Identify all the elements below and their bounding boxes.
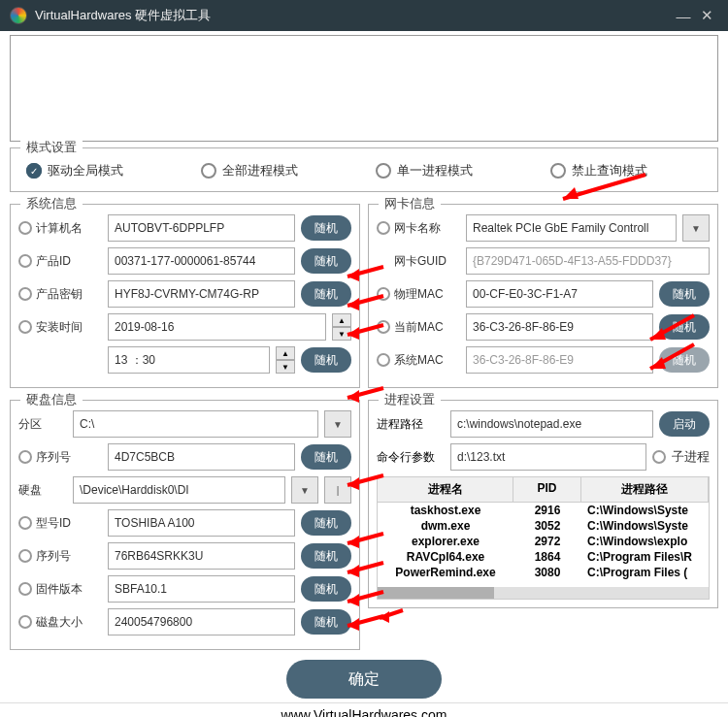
radio-icon[interactable]	[377, 320, 390, 334]
partition-input[interactable]	[73, 410, 318, 438]
random-button[interactable]: 随机	[301, 510, 351, 536]
ok-button[interactable]: 确定	[286, 660, 442, 699]
footer-link[interactable]: www.VirtualHardwares.com	[0, 702, 728, 717]
disk-serial-input[interactable]	[108, 542, 295, 570]
close-button[interactable]: ✕	[695, 7, 718, 24]
radio-icon[interactable]	[18, 254, 32, 268]
table-row: dwm.exe3052C:\Windows\Syste	[378, 518, 709, 534]
radio-icon[interactable]	[18, 221, 32, 235]
random-button[interactable]: 随机	[301, 444, 351, 470]
random-button[interactable]: 随机	[301, 248, 351, 274]
model-input[interactable]	[108, 509, 295, 537]
random-button[interactable]: 随机	[301, 281, 351, 307]
radio-icon[interactable]	[377, 353, 390, 367]
radio-icon	[550, 163, 566, 179]
radio-icon	[26, 163, 42, 179]
diskinfo-fieldset: 硬盘信息 分区▼ 序列号随机 硬盘▼| 型号ID随机 序列号随机 固件版本随机 …	[10, 400, 360, 650]
net-guid-input[interactable]	[466, 247, 710, 275]
random-button[interactable]: 随机	[301, 347, 351, 373]
sysinfo-fieldset: 系统信息 计算机名随机 产品ID随机 产品密钥随机 安装时间▲▼ ▲▼随机	[10, 204, 360, 388]
refresh-icon[interactable]: |	[324, 476, 351, 504]
proc-fieldset: 进程设置 进程路径启动 命令行参数子进程 进程名 PID 进程路径 taskho…	[368, 400, 718, 608]
radio-icon[interactable]	[377, 221, 390, 235]
window-title: VirtualHardwares 硬件虚拟工具	[35, 7, 211, 24]
radio-icon[interactable]	[18, 582, 32, 596]
dropdown-icon[interactable]: ▼	[324, 410, 351, 438]
random-button-disabled: 随机	[659, 347, 710, 373]
random-button[interactable]: 随机	[659, 281, 710, 307]
minimize-button[interactable]: —	[672, 8, 695, 24]
radio-icon[interactable]	[18, 287, 32, 301]
random-button[interactable]: 随机	[301, 576, 351, 602]
table-row: explorer.exe2972C:\Windows\explo	[378, 534, 709, 549]
sys-mac-input[interactable]	[466, 346, 653, 374]
proc-args-input[interactable]	[450, 443, 646, 471]
date-spinner[interactable]: ▲▼	[332, 313, 351, 341]
product-id-input[interactable]	[108, 247, 295, 275]
net-name-input[interactable]	[466, 214, 677, 242]
mode-all-process[interactable]: 全部进程模式	[201, 162, 298, 179]
partition-serial-input[interactable]	[108, 443, 295, 471]
mode-single-process[interactable]: 单一进程模式	[376, 162, 473, 179]
radio-icon	[201, 163, 216, 179]
dropdown-icon[interactable]: ▼	[682, 214, 710, 242]
random-button[interactable]: 随机	[659, 314, 710, 340]
app-icon	[10, 7, 27, 24]
radio-icon[interactable]	[18, 450, 32, 464]
radio-icon[interactable]	[18, 549, 32, 563]
mode-forbid-query[interactable]: 禁止查询模式	[550, 162, 647, 179]
radio-icon[interactable]	[18, 516, 32, 530]
titlebar: VirtualHardwares 硬件虚拟工具 — ✕	[0, 0, 728, 31]
install-time-input[interactable]	[108, 346, 270, 374]
disk-input[interactable]	[73, 476, 285, 504]
dropdown-icon[interactable]: ▼	[291, 476, 318, 504]
netinfo-fieldset: 网卡信息 网卡名称▼ 网卡GUID 物理MAC随机 当前MAC随机 系统MAC随…	[368, 204, 718, 388]
radio-icon[interactable]	[18, 615, 32, 629]
radio-icon	[652, 450, 666, 464]
process-table-header: 进程名 PID 进程路径	[377, 476, 710, 503]
proc-path-input[interactable]	[450, 410, 653, 438]
cur-mac-input[interactable]	[466, 313, 653, 341]
random-button[interactable]: 随机	[301, 215, 351, 241]
horizontal-scrollbar[interactable]	[378, 587, 709, 599]
disk-size-input[interactable]	[108, 608, 295, 636]
mode-title: 模式设置	[20, 139, 83, 156]
phys-mac-input[interactable]	[466, 280, 653, 308]
table-row: PowerRemind.exe3080C:\Program Files (	[378, 565, 709, 580]
sysinfo-title: 系统信息	[20, 195, 83, 212]
diskinfo-title: 硬盘信息	[20, 391, 83, 408]
table-row: RAVCpl64.exe1864C:\Program Files\R	[378, 549, 709, 565]
log-textarea[interactable]	[10, 35, 718, 142]
install-date-input[interactable]	[108, 313, 326, 341]
random-button[interactable]: 随机	[301, 543, 351, 569]
computer-name-input[interactable]	[108, 214, 295, 242]
mode-driver-global[interactable]: 驱动全局模式	[26, 162, 123, 179]
process-table-body[interactable]: taskhost.exe2916C:\Windows\Syste dwm.exe…	[377, 503, 710, 600]
proc-title: 进程设置	[379, 391, 441, 408]
product-key-input[interactable]	[108, 280, 295, 308]
radio-icon	[376, 163, 391, 179]
mode-fieldset: 模式设置 驱动全局模式 全部进程模式 单一进程模式 禁止查询模式	[10, 147, 718, 192]
launch-button[interactable]: 启动	[659, 411, 710, 437]
child-process-radio[interactable]: 子进程	[652, 448, 710, 466]
table-row: taskhost.exe2916C:\Windows\Syste	[378, 503, 709, 518]
netinfo-title: 网卡信息	[379, 195, 441, 212]
radio-icon[interactable]	[377, 287, 390, 301]
random-button[interactable]: 随机	[301, 609, 351, 635]
time-spinner[interactable]: ▲▼	[276, 346, 295, 374]
radio-icon[interactable]	[18, 320, 32, 334]
firmware-input[interactable]	[108, 575, 295, 603]
